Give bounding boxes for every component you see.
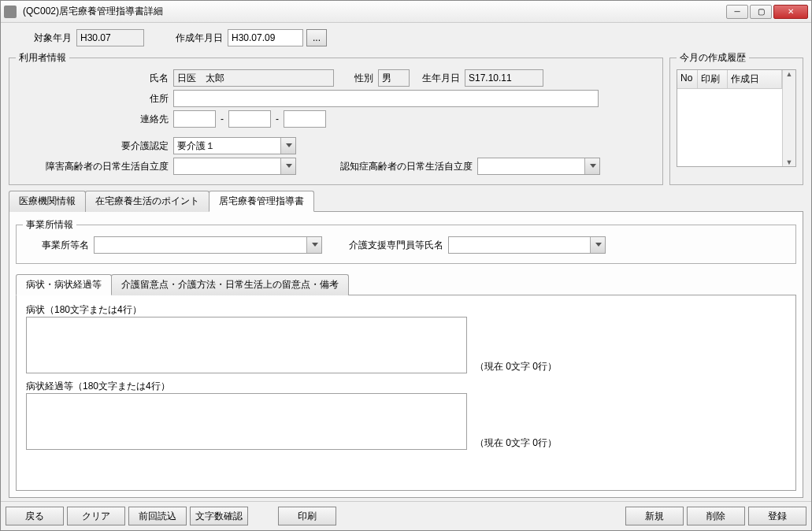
- inner-tab-panel: 病状（180文字または4行） （現在 0文字 0行） 病状経過等（180文字また…: [16, 295, 796, 491]
- history-col-date: 作成日: [728, 70, 782, 88]
- condition-textarea[interactable]: [26, 317, 467, 373]
- history-legend: 今月の作成履歴: [677, 51, 749, 65]
- contact-sep-2: -: [271, 113, 284, 124]
- inner-tabs: 病状・病状経過等 介護留意点・介護方法・日常生活上の留意点・備考: [16, 273, 796, 295]
- history-group: 今月の作成履歴 No 印刷 作成日 ▲▼: [669, 51, 803, 185]
- contact-field-3[interactable]: [284, 110, 326, 128]
- contact-field-1[interactable]: [173, 110, 216, 128]
- dementia-adl-select[interactable]: [477, 158, 600, 175]
- condition-section2-label: 病状経過等（180文字または4行）: [26, 380, 786, 393]
- contact-label: 連絡先: [16, 113, 173, 126]
- disabled-adl-label: 障害高齢者の日常生活自立度: [16, 160, 173, 173]
- history-scrollbar[interactable]: ▲▼: [782, 70, 795, 166]
- char-check-button[interactable]: 文字数確認: [190, 507, 248, 525]
- inner-tab-care-notes[interactable]: 介護留意点・介護方法・日常生活上の留意点・備考: [111, 274, 349, 295]
- condition-counter-1: （現在 0文字 0行）: [475, 360, 557, 373]
- history-col-no: No: [677, 70, 698, 88]
- disabled-adl-select[interactable]: [173, 158, 296, 175]
- bottom-toolbar: 戻る クリア 前回読込 文字数確認 印刷 新規 削除 登録: [1, 501, 811, 530]
- created-date-field[interactable]: [228, 29, 303, 46]
- user-info-group: 利用者情報 氏名 性別 生年月日 住所 連絡先 -: [9, 51, 663, 185]
- window-title: (QC002)居宅療養管理指導書詳細: [20, 5, 726, 18]
- date-picker-button[interactable]: ...: [306, 29, 327, 46]
- progress-textarea[interactable]: [26, 393, 467, 450]
- inner-tab-condition[interactable]: 病状・病状経過等: [16, 274, 112, 295]
- office-name-label: 事業所等名: [23, 239, 94, 252]
- app-window: (QC002)居宅療養管理指導書詳細 ─ ▢ ✕ 対象年月 作成年月日 ... …: [0, 0, 812, 531]
- history-table: No 印刷 作成日 ▲▼: [677, 69, 796, 167]
- created-date-label: 作成年月日: [144, 32, 228, 45]
- office-info-group: 事業所情報 事業所等名 介護支援専門員等氏名: [16, 218, 796, 264]
- main-tabs: 医療機関情報 在宅療養生活のポイント 居宅療養管理指導書: [9, 190, 803, 211]
- main-tab-panel: 事業所情報 事業所等名 介護支援専門員等氏名 病状・病状経過等 介護留意点・介護…: [9, 211, 803, 498]
- condition-counter-2: （現在 0文字 0行）: [475, 436, 557, 450]
- delete-button[interactable]: 削除: [687, 507, 745, 525]
- register-button[interactable]: 登録: [748, 507, 806, 525]
- care-mgr-select[interactable]: [448, 236, 606, 254]
- contact-field-2[interactable]: [228, 110, 271, 128]
- office-info-legend: 事業所情報: [23, 218, 76, 232]
- tab-home-care-guidance[interactable]: 居宅療養管理指導書: [209, 191, 314, 212]
- name-field[interactable]: [173, 69, 334, 87]
- print-button[interactable]: 印刷: [278, 507, 336, 525]
- target-month-field[interactable]: [76, 29, 144, 46]
- new-button[interactable]: 新規: [625, 507, 684, 525]
- address-label: 住所: [16, 92, 173, 106]
- name-label: 氏名: [16, 72, 173, 85]
- close-button[interactable]: ✕: [773, 5, 808, 19]
- app-icon: [4, 6, 17, 18]
- title-bar: (QC002)居宅療養管理指導書詳細 ─ ▢ ✕: [1, 1, 811, 23]
- history-col-print: 印刷: [698, 70, 728, 88]
- back-button[interactable]: 戻る: [6, 507, 64, 525]
- office-name-select[interactable]: [94, 236, 322, 254]
- user-info-legend: 利用者情報: [16, 51, 69, 65]
- address-field[interactable]: [173, 90, 599, 107]
- care-level-label: 要介護認定: [16, 139, 173, 153]
- history-body[interactable]: [677, 89, 782, 166]
- care-mgr-label: 介護支援専門員等氏名: [322, 239, 448, 252]
- prev-load-button[interactable]: 前回読込: [128, 507, 187, 525]
- tab-medical-institution[interactable]: 医療機関情報: [9, 191, 86, 212]
- sex-label: 性別: [334, 72, 378, 85]
- minimize-button[interactable]: ─: [726, 5, 748, 19]
- dementia-adl-label: 認知症高齢者の日常生活自立度: [296, 160, 477, 173]
- birth-field[interactable]: [465, 69, 543, 87]
- condition-section1-label: 病状（180文字または4行）: [26, 303, 786, 317]
- sex-field[interactable]: [378, 69, 410, 87]
- contact-sep-1: -: [216, 113, 228, 124]
- clear-button[interactable]: クリア: [67, 507, 125, 525]
- tab-home-care-points[interactable]: 在宅療養生活のポイント: [85, 191, 209, 212]
- birth-label: 生年月日: [410, 72, 465, 85]
- maximize-button[interactable]: ▢: [750, 5, 772, 19]
- care-level-select[interactable]: 要介護１: [173, 137, 296, 154]
- target-month-label: 対象年月: [29, 32, 76, 45]
